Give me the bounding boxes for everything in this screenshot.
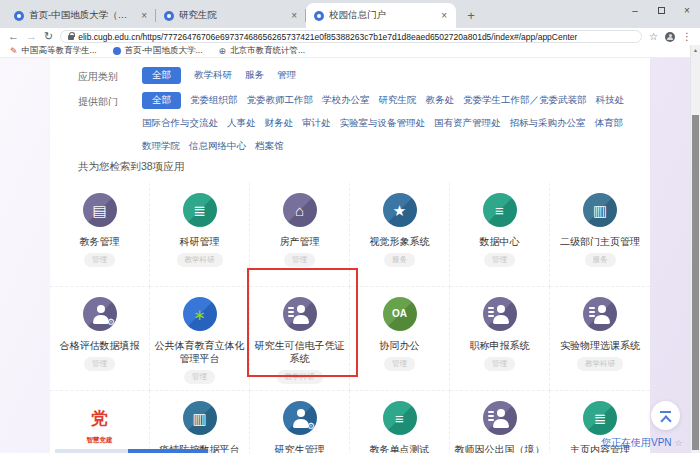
tab-strip: 首页-中国地质大学（北京） × 研究生院 × 校园信息门户 × + – × — [0, 0, 700, 28]
bookmark-star-icon[interactable]: ☆ — [649, 31, 658, 42]
back-to-top-button[interactable] — [651, 401, 680, 430]
app-tile[interactable]: ★ ⚙ 视觉形象系统 服务 — [350, 183, 450, 287]
department-option[interactable]: 党委教师工作部 — [247, 92, 314, 109]
user-gear-icon: ⚙ — [283, 401, 317, 435]
app-label: 职称申报系统 — [450, 339, 549, 352]
app-category-badge: 服务 — [585, 253, 616, 267]
address-toolbar: ← → ↻ elib.cugb.edu.cn/https/77726476706… — [0, 28, 700, 45]
category-filter-row: 应用类别 全部 教学科研 服务 管理 — [78, 67, 640, 84]
category-options: 全部 教学科研 服务 管理 — [142, 67, 640, 84]
app-tile[interactable]: ⚙ 合格评估数据填报 管理 — [50, 287, 150, 391]
bookmark-item[interactable]: ⊕ 北京市教育统计管... — [219, 45, 306, 57]
category-option-all[interactable]: 全部 — [142, 67, 181, 84]
app-label: 实验物理选课系统 — [550, 339, 650, 352]
app-tile[interactable]: OA ⚙ 协同办公 管理 — [350, 287, 450, 391]
app-tile[interactable]: ⚙ 职称申报系统 管理 — [450, 287, 550, 391]
category-option[interactable]: 服务 — [245, 67, 264, 84]
department-option[interactable]: 教务处 — [426, 92, 455, 109]
tab-cugb-home[interactable]: 首页-中国地质大学（北京） × — [6, 3, 156, 28]
tab-favicon-icon — [14, 11, 24, 21]
document-icon: ▥ ⚙ — [583, 193, 617, 227]
minimize-button[interactable]: – — [622, 0, 648, 20]
bookmark-site-icon — [113, 47, 121, 55]
department-option[interactable]: 实验室与设备管理处 — [340, 115, 426, 132]
bookmarks-bar: ✎ 中国高等教育学生... 首页-中国地质大学... ⊕ 北京市教育统计管... — [0, 45, 700, 58]
app-label: 科研管理 — [150, 235, 249, 248]
app-tile[interactable]: ▤ ⚙ 教务管理 管理 — [50, 183, 150, 287]
app-tile[interactable]: ⚙ 教师因公出国（境） — [450, 391, 550, 453]
forward-button[interactable]: → — [26, 31, 37, 42]
app-tile[interactable]: ▥ ⚙ 疫情防控数据平台 — [150, 391, 250, 453]
tab-favicon-icon — [164, 11, 174, 21]
ribbon-star-icon: ★ ⚙ — [383, 193, 417, 227]
app-label: 教务单点测试 — [350, 443, 449, 453]
oa-document-icon: OA ⚙ — [383, 297, 417, 331]
menu-dots-icon[interactable]: ⋮ — [682, 31, 692, 42]
party-emblem-icon: 党 ⚙ — [83, 401, 117, 435]
department-option[interactable]: 科技处 — [596, 92, 625, 109]
category-option[interactable]: 管理 — [277, 67, 296, 84]
page-scrollbar[interactable]: ▲ — [690, 45, 700, 453]
vpn-notice[interactable]: 您正在使用VPN ☆ — [601, 436, 683, 450]
app-category-badge: 管理 — [84, 357, 115, 371]
notepad-icon: ≣ ⚙ — [583, 401, 617, 435]
list-icon: ≡ ⚙ — [483, 193, 517, 227]
category-option[interactable]: 教学科研 — [194, 67, 232, 84]
tab-title: 校园信息门户 — [329, 9, 435, 22]
new-tab-button[interactable]: + — [460, 4, 482, 26]
department-option[interactable]: 财务处 — [265, 115, 294, 132]
app-tile[interactable]: ≣ ⚙ 科研管理 教学科研 — [150, 183, 250, 287]
refresh-button[interactable]: ↻ — [44, 31, 53, 42]
app-label: 二级部门主页管理 — [550, 235, 650, 248]
maximize-button[interactable] — [648, 0, 674, 20]
tab-graduate-school[interactable]: 研究生院 × — [156, 3, 306, 28]
bookmark-pen-icon: ✎ — [10, 46, 18, 56]
profile-avatar-icon[interactable] — [665, 32, 675, 42]
url-bar[interactable]: elib.cugb.edu.cn/https/77726476706e69737… — [60, 30, 642, 43]
bookmark-item[interactable]: ✎ 中国高等教育学生... — [10, 45, 97, 57]
tab-campus-portal[interactable]: 校园信息门户 × — [306, 3, 456, 28]
page-content: 应用类别 全部 教学科研 服务 管理 提供部门 全部党委组织部党委教师工作部学校… — [0, 58, 700, 453]
app-tile[interactable]: ≡ ⚙ 数据中心 管理 — [450, 183, 550, 287]
close-button[interactable]: × — [674, 0, 700, 20]
department-filter-label: 提供部门 — [78, 92, 142, 155]
app-tile[interactable]: ≡ ⚙ 教务单点测试 — [350, 391, 450, 453]
vpn-star-icon: ☆ — [675, 438, 683, 448]
filter-panel: 应用类别 全部 教学科研 服务 管理 提供部门 全部党委组织部党委教师工作部学校… — [50, 58, 650, 164]
app-category-badge: 管理 — [184, 370, 215, 384]
department-option[interactable]: 党委组织部 — [190, 92, 238, 109]
app-icon-subtext: 智慧党建 — [50, 436, 149, 445]
department-option[interactable]: 人事处 — [227, 115, 256, 132]
bookmark-item[interactable]: 首页-中国地质大学... — [113, 45, 203, 57]
department-option[interactable]: 招标与采购办公室 — [510, 115, 586, 132]
app-tile[interactable]: ⚙ 研究生管理 — [250, 391, 350, 453]
department-option[interactable]: 审计处 — [302, 115, 331, 132]
department-option[interactable]: 国有资产管理处 — [434, 115, 501, 132]
app-label: 视觉形象系统 — [350, 235, 449, 248]
tab-close-icon[interactable]: × — [440, 10, 448, 21]
app-label: 协同办公 — [350, 339, 449, 352]
app-tile[interactable]: 党 ⚙ 智慧党建 智慧党建 — [50, 391, 150, 453]
app-tile[interactable]: ⚙ 实验物理选课系统 教学科研 — [550, 287, 650, 391]
app-category-badge: 教学科研 — [577, 357, 623, 371]
department-option[interactable]: 学校办公室 — [322, 92, 370, 109]
notepad-icon: ≣ ⚙ — [183, 193, 217, 227]
department-option[interactable]: 研究生院 — [379, 92, 417, 109]
tab-close-icon[interactable]: × — [290, 10, 298, 21]
department-option[interactable]: 党委学生工作部／党委武装部 — [463, 92, 587, 109]
app-tile[interactable]: ∗ ⚙ 公共体育教育立体化管理平台 管理 — [150, 287, 250, 391]
app-category-badge: 教学科研 — [177, 253, 223, 267]
app-category-badge: 管理 — [284, 253, 315, 267]
department-option[interactable]: 国际合作与交流处 — [142, 115, 218, 132]
tab-close-icon[interactable]: × — [140, 10, 148, 21]
app-tile[interactable]: ▥ ⚙ 二级部门主页管理 服务 — [550, 183, 650, 287]
results-summary: 共为您检索到38项应用 — [50, 150, 650, 183]
user-chat-icon: ⚙ — [583, 297, 617, 331]
list-icon: ≡ ⚙ — [383, 401, 417, 435]
back-button[interactable]: ← — [8, 31, 19, 42]
scrollbar-thumb[interactable] — [692, 115, 699, 450]
department-option[interactable]: 体育部 — [595, 115, 624, 132]
scrollbar-up-arrow-icon[interactable]: ▲ — [691, 45, 700, 55]
department-filter-row: 提供部门 全部党委组织部党委教师工作部学校办公室研究生院教务处党委学生工作部／党… — [78, 92, 640, 155]
department-option[interactable]: 全部 — [142, 92, 181, 109]
